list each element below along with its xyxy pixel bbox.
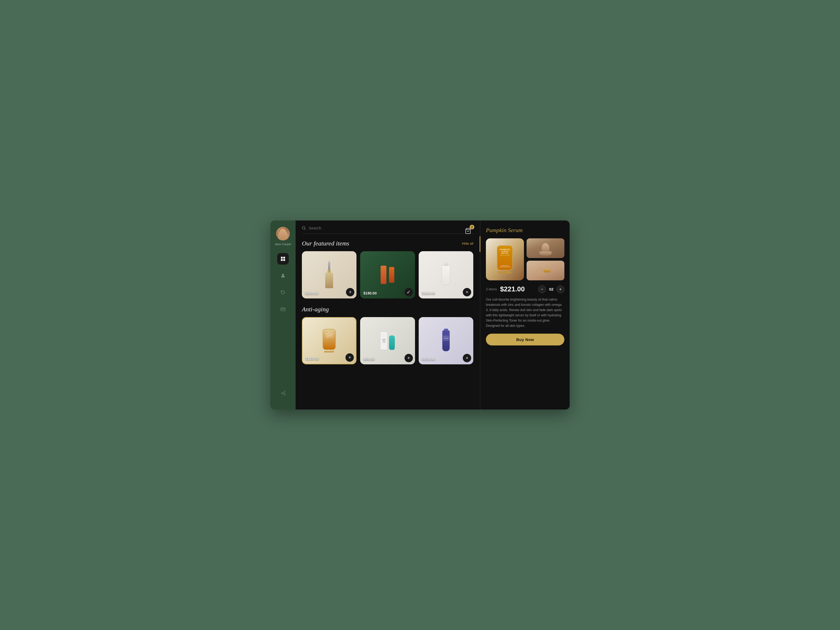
antiaging-section-header: Anti-aging <box>302 306 473 313</box>
cart-badge: 2 <box>470 225 474 229</box>
product-price-1: $260.00 <box>305 291 318 295</box>
sidebar-item-profile[interactable] <box>277 270 289 281</box>
featured-section-header: Our featured items Hide all <box>302 240 473 247</box>
detail-image-main: I'M FABULOUSST BARTHBODY OILHuile Pour L… <box>486 238 524 280</box>
detail-images-small <box>527 238 565 280</box>
sidebar-footer <box>277 387 289 403</box>
sidebar-nav <box>277 253 289 387</box>
tag-icon <box>280 290 286 295</box>
search-bar <box>302 226 473 234</box>
search-input[interactable] <box>309 226 473 230</box>
detail-image-hands <box>527 261 565 280</box>
antiaging-title: Anti-aging <box>302 306 329 313</box>
detail-price: $221.00 <box>500 285 525 293</box>
sidebar: Jane Cooper <box>270 221 295 409</box>
logout-icon <box>280 391 286 396</box>
detail-images: I'M FABULOUSST BARTHBODY OILHuile Pour L… <box>486 238 564 280</box>
sidebar-item-card[interactable] <box>277 303 289 315</box>
hide-all-button[interactable]: Hide all <box>462 242 473 245</box>
app-container: Jane Cooper <box>270 221 570 409</box>
product-card-4[interactable]: I'M FABULOUSST BARTH BODY OIL $110.50 + <box>302 317 357 364</box>
card-icon <box>280 306 286 312</box>
search-icon <box>302 226 306 230</box>
scroll-divider <box>480 221 480 409</box>
product-price-6: $129.99 <box>422 357 435 361</box>
detail-panel: Pumpkin Serum I'M FABULOUSST BARTHBODY O… <box>480 221 570 409</box>
quantity-decrease-button[interactable]: − <box>538 285 546 293</box>
antiaging-grid: I'M FABULOUSST BARTH BODY OIL $110.50 + … <box>302 317 473 364</box>
product-add-button-6[interactable]: + <box>463 354 471 362</box>
buy-now-button[interactable]: Buy Now <box>486 334 564 346</box>
content-area: 2 Our featured items Hide all <box>295 221 480 409</box>
detail-price-row: 2 items $221.00 − 02 + <box>486 285 564 293</box>
featured-grid: $260.00 + $180.00 ✓ <box>302 251 473 298</box>
product-price-2: $180.00 <box>363 291 377 295</box>
detail-image-face <box>527 238 565 258</box>
product-price-3: $180.00 <box>422 291 435 295</box>
product-card-1[interactable]: $260.00 + <box>302 251 357 298</box>
detail-items-count: 2 items <box>486 287 497 291</box>
svg-point-5 <box>282 291 283 292</box>
product-price-5: $59.50 <box>363 357 374 361</box>
svg-rect-3 <box>283 259 285 261</box>
product-card-2[interactable]: $180.00 ✓ <box>360 251 415 298</box>
product-card-3[interactable]: $180.00 + <box>419 251 473 298</box>
avatar <box>276 227 290 240</box>
sidebar-item-grid[interactable] <box>277 253 289 265</box>
detail-title: Pumpkin Serum <box>486 227 564 234</box>
svg-rect-0 <box>281 257 283 259</box>
quantity-value: 02 <box>549 287 554 291</box>
svg-rect-1 <box>283 257 285 259</box>
main-content: 2 Our featured items Hide all <box>295 221 570 409</box>
product-price-4: $110.50 <box>306 357 319 361</box>
grid-icon <box>280 256 286 261</box>
svg-rect-6 <box>281 308 285 311</box>
product-add-button-3[interactable]: + <box>463 288 471 296</box>
svg-point-7 <box>302 226 305 229</box>
sidebar-item-tag[interactable] <box>277 287 289 298</box>
featured-title: Our featured items <box>302 240 349 247</box>
cart-button[interactable]: 2 <box>463 226 473 236</box>
quantity-increase-button[interactable]: + <box>556 285 564 293</box>
scroll-thumb <box>480 236 480 252</box>
svg-rect-2 <box>281 259 283 261</box>
svg-point-4 <box>282 274 284 276</box>
product-add-button-5[interactable]: + <box>404 354 413 362</box>
user-name: Jane Cooper <box>275 243 291 246</box>
product-add-button-2[interactable]: ✓ <box>404 288 413 296</box>
quantity-controls: − 02 + <box>538 285 564 293</box>
person-icon <box>280 273 286 278</box>
product-card-5[interactable]: GOODSKINCLUB $59.50 + <box>360 317 415 364</box>
detail-description: Our cult-favorite brightening beauty oil… <box>486 297 564 328</box>
logout-button[interactable] <box>277 387 289 399</box>
product-card-6[interactable]: Curology $129.99 + <box>419 317 473 364</box>
